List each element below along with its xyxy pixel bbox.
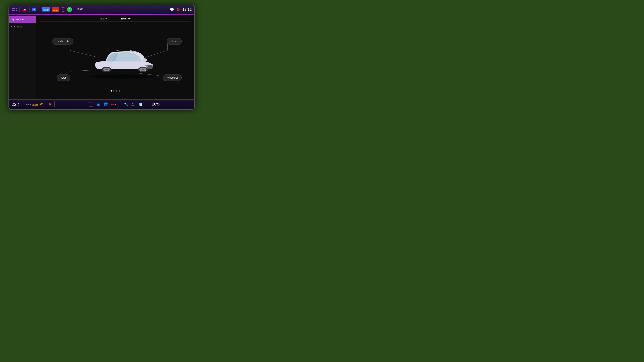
info-icon: i	[11, 25, 15, 28]
car-image: VW	[86, 40, 156, 79]
tab-interior[interactable]: Interior	[100, 17, 108, 21]
grid-icon[interactable]	[12, 8, 17, 11]
divider	[120, 101, 120, 107]
bottom-center-controls: 🌀 🔦 A/C MAX 💨 ECO	[57, 101, 192, 107]
ac-max-button[interactable]: A/C MAX	[131, 102, 136, 106]
divider	[20, 7, 20, 12]
home-button[interactable]	[89, 102, 94, 106]
divider	[46, 101, 46, 107]
heat-level-indicator[interactable]	[111, 104, 116, 105]
tab-exterior[interactable]: Exterior	[121, 17, 131, 21]
sidebar: 🚙 Vehicle i Status	[9, 15, 36, 99]
content-area: Interior Exterior	[36, 15, 194, 99]
menu-icon[interactable]	[97, 103, 100, 106]
page-dot-4[interactable]	[119, 90, 120, 92]
top-bar-left: 🚗 P 🚗 ASSIST. 🏎️ MODE + C 15.0°c	[12, 7, 84, 12]
svg-text:VW: VW	[145, 66, 148, 67]
page-dot-3[interactable]	[116, 90, 117, 92]
vehicle-car-icon: 🚙	[11, 18, 14, 21]
eco-label[interactable]: ECO	[152, 102, 160, 106]
add-button[interactable]: +	[61, 7, 66, 12]
svg-point-8	[105, 69, 108, 70]
c-button[interactable]: C	[67, 7, 72, 12]
sidebar-item-vehicle[interactable]: 🚙 Vehicle	[9, 16, 36, 23]
car-display: VW	[36, 21, 194, 98]
park-badge[interactable]: P	[32, 7, 36, 11]
clock-display: 12:12	[182, 7, 192, 12]
mirrors-button[interactable]: Mirrors	[166, 38, 182, 45]
divider	[146, 101, 147, 107]
auto-badge[interactable]: AUTO	[32, 103, 38, 105]
page-dot-1[interactable]	[110, 90, 112, 92]
divider	[29, 7, 30, 12]
main-content: 🚙 Vehicle i Status Interior Exterior	[9, 15, 194, 99]
wind-icon[interactable]: 💨	[139, 102, 142, 106]
page-indicator	[110, 90, 120, 92]
cabin-temperature: 22.0	[12, 102, 20, 107]
fan-icon[interactable]: 🌀	[104, 102, 108, 106]
divider	[39, 7, 39, 12]
clima-label: CLIMA	[25, 103, 31, 105]
top-bar-right: 💬 📵 12:12	[170, 7, 192, 12]
tab-underline	[119, 21, 133, 21]
mode-button[interactable]: 🏎️ MODE	[52, 7, 59, 12]
tabs-container: Interior Exterior	[36, 15, 194, 21]
page-dot-2[interactable]	[113, 90, 114, 92]
top-bar: 🚗 P 🚗 ASSIST. 🏎️ MODE + C 15.0°c 💬 📵 12:…	[9, 5, 194, 14]
headlight-icon[interactable]: 🔦	[124, 102, 128, 106]
temperature-display: 15.0°c	[76, 8, 84, 11]
sidebar-item-status[interactable]: i Status	[9, 23, 36, 30]
svg-point-5	[142, 69, 144, 70]
car-nav-icon[interactable]: 🚗	[22, 7, 26, 11]
assist-button[interactable]: 🚗 ASSIST.	[42, 7, 50, 11]
car-infotainment-screen: 🚗 P 🚗 ASSIST. 🏎️ MODE + C 15.0°c 💬 📵 12:…	[8, 5, 195, 110]
ac-label[interactable]: A/C	[39, 103, 44, 106]
bottom-bar: 22.0 CLIMA AUTO A/C 🪑	[9, 99, 194, 109]
divider	[22, 101, 22, 107]
tyres-button[interactable]: Tyres	[56, 74, 70, 81]
wifi-icon: 📵	[177, 8, 180, 11]
headlights-button[interactable]: Headlights	[163, 74, 182, 81]
message-icon[interactable]: 💬	[170, 7, 174, 11]
seat-heat-icon[interactable]: 🪑	[48, 102, 52, 106]
car-svg: VW	[86, 40, 156, 79]
svg-point-0	[90, 74, 152, 78]
comfort-light-button[interactable]: Comfort light	[52, 38, 73, 45]
